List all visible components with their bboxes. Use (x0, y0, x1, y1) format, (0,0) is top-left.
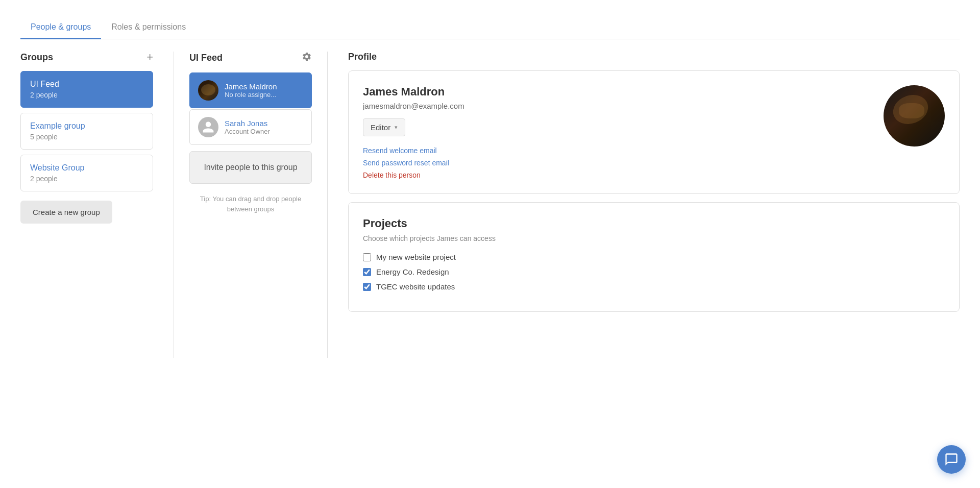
member-name-sarah: Sarah Jonas (225, 119, 270, 128)
profile-avatar (884, 85, 945, 147)
member-card-james-maldron[interactable]: James Maldron No role assigne... (189, 72, 312, 108)
feed-profile-divider (327, 52, 328, 358)
feed-title: UI Feed (189, 53, 223, 63)
project-checkbox-tgec-website[interactable] (363, 283, 371, 291)
role-dropdown[interactable]: Editor ▾ (363, 118, 405, 136)
member-info-sarah: Sarah Jonas Account Owner (225, 119, 270, 135)
group-name-website-group: Website Group (30, 163, 143, 173)
delete-person-link[interactable]: Delete this person (363, 171, 871, 179)
feed-header: UI Feed (189, 52, 312, 64)
profile-name: James Maldron (363, 85, 871, 99)
main-layout: Groups + UI Feed 2 people Example group … (20, 39, 960, 358)
tabs-bar: People & groups Roles & permissions (20, 0, 960, 39)
create-group-button[interactable]: Create a new group (20, 201, 112, 224)
project-checkbox-my-new-website[interactable] (363, 253, 371, 261)
invite-people-button[interactable]: Invite people to this group (189, 151, 312, 184)
tab-roles-permissions[interactable]: Roles & permissions (101, 16, 196, 39)
tab-people-groups[interactable]: People & groups (20, 16, 101, 39)
projects-title: Projects (363, 217, 945, 230)
group-item-ui-feed[interactable]: UI Feed 2 people (20, 71, 153, 108)
chevron-down-icon: ▾ (395, 124, 398, 131)
add-group-button[interactable]: + (146, 52, 153, 63)
member-role-sarah: Account Owner (225, 128, 270, 135)
project-label-tgec-website[interactable]: TGEC website updates (376, 282, 455, 291)
project-label-energy-co[interactable]: Energy Co. Redesign (376, 267, 449, 276)
group-count-ui-feed: 2 people (30, 91, 143, 99)
member-role-james: No role assigne... (225, 91, 277, 99)
profile-card: James Maldron jamesmaldron@example.com E… (348, 70, 960, 194)
chat-fab-button[interactable] (937, 445, 966, 474)
profile-section-title: Profile (348, 52, 960, 62)
project-label-my-new-website[interactable]: My new website project (376, 253, 456, 261)
project-item-tgec-website: TGEC website updates (363, 282, 945, 291)
projects-card: Projects Choose which projects James can… (348, 202, 960, 312)
page-wrapper: People & groups Roles & permissions Grou… (0, 0, 980, 488)
projects-subtitle: Choose which projects James can access (363, 234, 945, 242)
profile-avatar-wrap (884, 85, 945, 147)
avatar-sarah-jonas (198, 117, 218, 137)
resend-welcome-link[interactable]: Resend welcome email (363, 147, 871, 155)
group-name-ui-feed: UI Feed (30, 80, 143, 89)
profile-column: Profile James Maldron jamesmaldron@examp… (338, 52, 960, 312)
member-name-james: James Maldron (225, 82, 277, 91)
send-password-reset-link[interactable]: Send password reset email (363, 159, 871, 167)
profile-email: jamesmaldron@example.com (363, 102, 871, 110)
group-item-website-group[interactable]: Website Group 2 people (20, 155, 153, 191)
groups-header: Groups + (20, 52, 153, 63)
profile-actions: Resend welcome email Send password reset… (363, 147, 871, 179)
gear-icon[interactable] (302, 52, 312, 64)
member-card-inner-sarah: Sarah Jonas Account Owner (190, 110, 311, 144)
group-count-website-group: 2 people (30, 175, 143, 183)
tip-text: Tip: You can drag and drop people betwee… (189, 194, 312, 214)
groups-feed-divider (174, 52, 174, 358)
group-count-example-group: 5 people (30, 133, 143, 141)
member-card-inner-james: James Maldron No role assigne... (190, 73, 311, 108)
profile-info: James Maldron jamesmaldron@example.com E… (363, 85, 871, 179)
role-label: Editor (371, 123, 390, 132)
groups-title: Groups (20, 52, 53, 63)
project-checkbox-energy-co[interactable] (363, 268, 371, 276)
project-item-energy-co: Energy Co. Redesign (363, 267, 945, 276)
group-item-example-group[interactable]: Example group 5 people (20, 113, 153, 150)
group-name-example-group: Example group (30, 121, 143, 131)
groups-column: Groups + UI Feed 2 people Example group … (20, 52, 163, 224)
feed-column: UI Feed James Maldron No role assigne... (184, 52, 317, 214)
member-info-james: James Maldron No role assigne... (225, 82, 277, 99)
project-item-my-new-website: My new website project (363, 253, 945, 261)
member-card-sarah-jonas[interactable]: Sarah Jonas Account Owner (189, 109, 312, 145)
avatar-james-maldron (198, 80, 218, 101)
